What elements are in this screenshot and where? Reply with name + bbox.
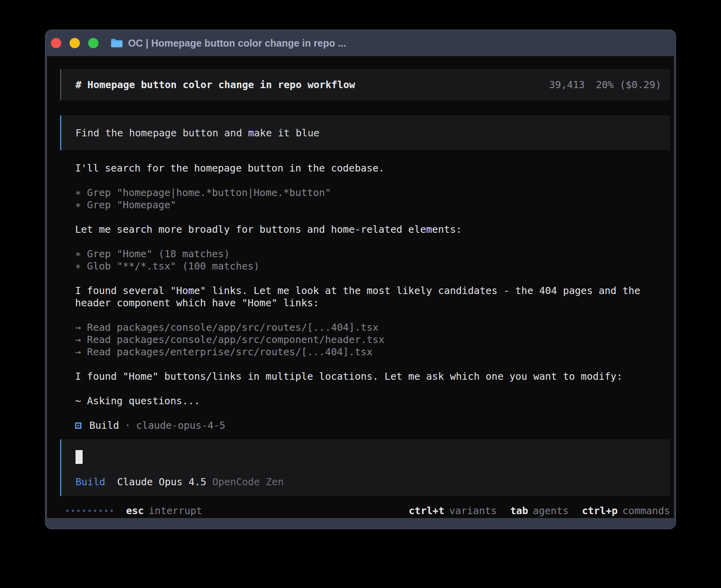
tool-call-read: → Read packages/console/app/src/componen… [75,334,670,346]
session-header: # Homepage button color change in repo w… [60,69,670,100]
agent-model-id: claude-opus-4-5 [136,419,225,432]
tool-call-grep: ∗ Grep "Home" (18 matches) [75,248,670,260]
input-footer: Build Claude Opus 4.5 OpenCode Zen [75,476,284,488]
input-model-label: Claude Opus 4.5 [117,476,206,488]
agent-build-icon [75,422,81,429]
assistant-text: I found "Home" buttons/links in multiple… [75,370,670,383]
terminal-window: OC | Homepage button color change in rep… [45,30,676,529]
shortcut-variants: ctrl+t variants [409,505,497,517]
tool-call-grep: ∗ Grep "homepage|home.*button|Home.*butt… [75,187,670,199]
window-title: OC | Homepage button color change in rep… [128,38,346,49]
assistant-text: I'll search for the homepage button in t… [75,162,670,174]
user-message-text: Find the homepage button and make it blu… [75,127,319,139]
assistant-text: I found several "Home" links. Let me loo… [75,285,670,309]
status-shortcuts: ctrl+t variants tab agents ctrl+p comman… [409,505,670,517]
assistant-transcript: I'll search for the homepage button in t… [75,162,670,432]
agent-status-line: Build · claude-opus-4-5 [75,419,670,432]
message-input[interactable]: Build Claude Opus 4.5 OpenCode Zen [60,439,670,496]
input-agent-label: Build [75,476,105,488]
agent-name: Build [89,419,119,432]
spinner-dots-icon [66,510,113,512]
tool-call-read: → Read packages/enterprise/src/routes/[.… [75,346,670,358]
title-bar: OC | Homepage button color change in rep… [45,30,676,56]
folder-icon [111,38,123,48]
status-bar: esc interrupt ctrl+t variants tab agents… [66,505,670,517]
close-button[interactable] [51,38,61,48]
tool-call-grep: ∗ Grep "Homepage" [75,199,670,211]
shortcut-commands: ctrl+p commands [582,505,670,517]
traffic-lights [51,38,98,48]
assistant-status-text: ~ Asking questions... [75,395,670,407]
esc-key-hint: esc [126,505,144,517]
session-meta: 39,413 20% ($0.29) [549,79,661,91]
session-title: # Homepage button color change in repo w… [75,79,355,91]
desktop: { "window": { "title": "OC | Homepage bu… [0,0,721,588]
status-left: esc interrupt [66,505,202,517]
separator-dot: · [125,419,130,432]
interrupt-label: interrupt [149,505,202,517]
text-cursor [75,450,83,464]
tool-call-glob: ∗ Glob "**/*.tsx" (100 matches) [75,260,670,272]
minimize-button[interactable] [70,38,80,48]
input-provider-label: OpenCode Zen [212,476,284,488]
title-group: OC | Homepage button color change in rep… [111,38,346,49]
terminal-content: # Homepage button color change in repo w… [47,56,674,518]
assistant-text: Let me search more broadly for buttons a… [75,223,670,236]
shortcut-agents: tab agents [510,505,568,517]
user-message: Find the homepage button and make it blu… [60,115,670,150]
tool-call-read: → Read packages/console/app/src/routes/[… [75,321,670,334]
token-count: 39,413 [549,79,585,91]
context-usage: 20% ($0.29) [596,79,661,91]
zoom-button[interactable] [88,38,98,48]
